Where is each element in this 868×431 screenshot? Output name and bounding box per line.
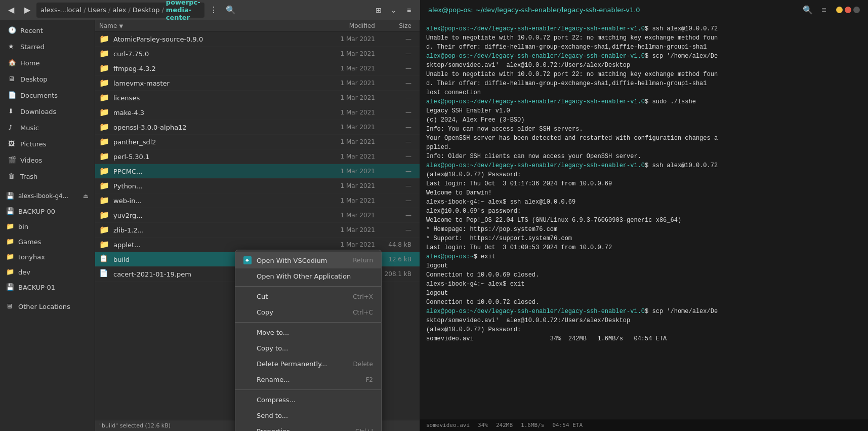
forward-button[interactable]: ▶ [20, 3, 34, 17]
file-name: curl-7.75.0 [113, 50, 314, 58]
breadcrumb-alex[interactable]: alex [112, 6, 126, 14]
sidebar-item-backup01[interactable]: 💾 BACKUP-01 [0, 280, 95, 295]
eject-button[interactable]: ⏏ [83, 192, 89, 200]
terminal-menu-button[interactable]: ≡ [816, 3, 832, 17]
sidebar-item-home[interactable]: 🏠 Home [2, 55, 93, 70]
sidebar-item-videos[interactable]: 🎬 Videos [2, 152, 93, 168]
table-row[interactable]: 📁 zlib-1.2... 1 Mar 2021 — [95, 223, 420, 238]
table-row[interactable]: 📁 web-in... 1 Mar 2021 — [95, 193, 420, 208]
ctx-delete-permanently[interactable]: Delete Permanently... Delete [235, 356, 381, 372]
table-row[interactable]: 📁 perl-5.30.1 1 Mar 2021 — [95, 149, 420, 164]
breadcrumb-root[interactable]: alexs-...local [40, 6, 81, 14]
terminal-output: Info: Older SSH clients can now access y… [426, 153, 641, 160]
sidebar-item-games[interactable]: 📁 Games [0, 234, 95, 249]
folder-icon: 📁 [99, 93, 109, 103]
column-size-header[interactable]: Size [375, 22, 416, 29]
home-icon: 🏠 [8, 59, 16, 67]
breadcrumb-desktop[interactable]: Desktop [133, 6, 160, 14]
column-modified-header[interactable]: Modified [314, 22, 375, 29]
sidebar-item-starred[interactable]: ★ Starred [2, 39, 93, 54]
terminal-line: alex@10.0.0.69's password: [426, 207, 862, 216]
sidebar-item-downloads[interactable]: ⬇ Downloads [2, 104, 93, 119]
ctx-properties[interactable]: Properties Ctrl+I [235, 423, 381, 431]
terminal-search-button[interactable]: 🔍 [800, 3, 816, 17]
list-view-button[interactable]: ≡ [402, 3, 416, 17]
sidebar-item-recent[interactable]: 🕐 Recent [2, 23, 93, 38]
ctx-copy-to[interactable]: Copy to... [235, 340, 381, 356]
table-row[interactable]: 📁 ffmpeg-4.3.2 1 Mar 2021 — [95, 61, 420, 76]
sidebar-item-music[interactable]: ♪ Music [2, 120, 93, 135]
sidebar-item-backup00[interactable]: 💾 BACKUP-00 [0, 204, 95, 219]
table-row[interactable]: 📁 openssl-3.0.0-alpha12 1 Mar 2021 — [95, 120, 420, 135]
ctx-copy-label: Copy [257, 308, 273, 316]
terminal-output: * Support: https://support.system76.com [426, 235, 572, 242]
terminal-output: (alex@10.0.0.72) Password: [426, 171, 521, 178]
terminal-output: sktop/somevideo.avi' alex@10.0.0.72:/Use… [426, 62, 630, 69]
downloads-icon: ⬇ [8, 107, 16, 115]
table-row[interactable]: 📁 panther_sdl2 1 Mar 2021 — [95, 135, 420, 149]
ctx-compress[interactable]: Compress... [235, 392, 381, 408]
view-buttons: ⊞ ⌄ ≡ [371, 3, 416, 17]
file-modified: 1 Mar 2021 [314, 65, 375, 72]
file-size: — [375, 124, 416, 131]
table-row[interactable]: 📁 curl-7.75.0 1 Mar 2021 — [95, 47, 420, 61]
breadcrumb-menu-button[interactable]: ⋮ [206, 3, 221, 17]
sidebar-item-ibook-label: alexs-ibook-g4... [18, 192, 68, 200]
column-name-header[interactable]: Name ▼ [99, 22, 314, 29]
sidebar-item-trash-label: Trash [20, 173, 37, 180]
table-row[interactable]: 📁 make-4.3 1 Mar 2021 — [95, 105, 420, 120]
terminal-close-button[interactable] [845, 7, 851, 13]
terminal-statusbar: somevideo.avi 34% 242MB 1.6MB/s 04:54 ET… [420, 419, 868, 431]
breadcrumb-current[interactable]: powerpc-media-center [166, 0, 200, 21]
sidebar-item-ibook[interactable]: 💾 alexs-ibook-g4... ⏏ [0, 188, 95, 204]
table-row[interactable]: 📁 licenses 1 Mar 2021 — [95, 91, 420, 105]
ctx-rename[interactable]: Rename... F2 [235, 372, 381, 387]
grid-view-button[interactable]: ⊞ [371, 3, 386, 17]
terminal-line: logout [426, 289, 862, 298]
sidebar-item-documents[interactable]: 📄 Documents [2, 88, 93, 103]
table-row[interactable]: 📁 PPCMC... 1 Mar 2021 — [95, 164, 420, 179]
sidebar-item-dev[interactable]: 📁 dev [0, 264, 95, 280]
terminal-output: sktop/somevideo.avi' alex@10.0.0.72:/Use… [426, 317, 630, 324]
vscodium-icon [243, 256, 252, 264]
table-row[interactable]: 📁 lamevmx-master 1 Mar 2021 — [95, 76, 420, 91]
ctx-cut[interactable]: Cut Ctrl+X [235, 289, 381, 304]
table-row[interactable]: 📁 AtomicParsley-source-0.9.0 1 Mar 2021 … [95, 32, 420, 47]
ctx-separator-2 [235, 322, 381, 323]
file-modified: 1 Mar 2021 [314, 197, 375, 204]
terminal-line: somevideo.avi 34% 242MB 1.6MB/s 04:54 ET… [426, 334, 862, 343]
file-name: PPCMC... [113, 168, 314, 175]
ctx-send-to[interactable]: Send to... [235, 408, 381, 423]
sidebar-item-bin[interactable]: 📁 bin [0, 219, 95, 234]
terminal-path: alex@pop-os: ~/dev/legacy-ssh-enabler/le… [428, 6, 640, 14]
terminal-line: (alex@10.0.0.72) Password: [426, 325, 862, 334]
sidebar-item-games-label: Games [18, 238, 41, 246]
terminal-minimize-button[interactable] [836, 7, 843, 13]
transfer-filename: somevideo.avi [426, 422, 470, 428]
search-button[interactable]: 🔍 [223, 3, 239, 17]
transfer-progress: 34% [478, 422, 488, 428]
file-modified: 1 Mar 2021 [314, 124, 375, 131]
view-dropdown-button[interactable]: ⌄ [387, 3, 401, 17]
table-row[interactable]: 📁 yuv2rg... 1 Mar 2021 — [95, 208, 420, 223]
terminal-line: Info: Older SSH clients can now access y… [426, 152, 862, 161]
table-row[interactable]: 📁 Python... 1 Mar 2021 — [95, 179, 420, 193]
ctx-open-vscodium[interactable]: Open With VSCodium Return [235, 252, 381, 268]
sidebar-item-pictures[interactable]: 🖼 Pictures [2, 136, 93, 151]
breadcrumb-users[interactable]: Users [88, 6, 106, 14]
folder-icon: 📁 [99, 240, 109, 250]
sidebar-item-trash[interactable]: 🗑 Trash [2, 169, 93, 184]
ctx-delete-permanently-label: Delete Permanently... [257, 360, 327, 368]
sidebar-item-recent-label: Recent [20, 27, 43, 34]
dual-topbar: ◀ ▶ alexs-...local / Users / alex / Desk… [0, 0, 868, 20]
sidebar-item-desktop[interactable]: 🖥 Desktop [2, 71, 93, 87]
ctx-copy[interactable]: Copy Ctrl+C [235, 304, 381, 320]
sidebar-item-other-locations[interactable]: 🖥 Other Locations [0, 299, 95, 314]
folder-icon: 📁 [99, 137, 109, 147]
ctx-open-other[interactable]: Open With Other Application [235, 268, 381, 284]
terminal-maximize-button[interactable] [853, 7, 860, 13]
sidebar-item-tonyhax[interactable]: 📁 tonyhax [0, 249, 95, 264]
ctx-move-to[interactable]: Move to... [235, 325, 381, 340]
terminal-body[interactable]: alex@pop-os:~/dev/legacy-ssh-enabler/leg… [420, 20, 868, 419]
back-button[interactable]: ◀ [4, 3, 18, 17]
